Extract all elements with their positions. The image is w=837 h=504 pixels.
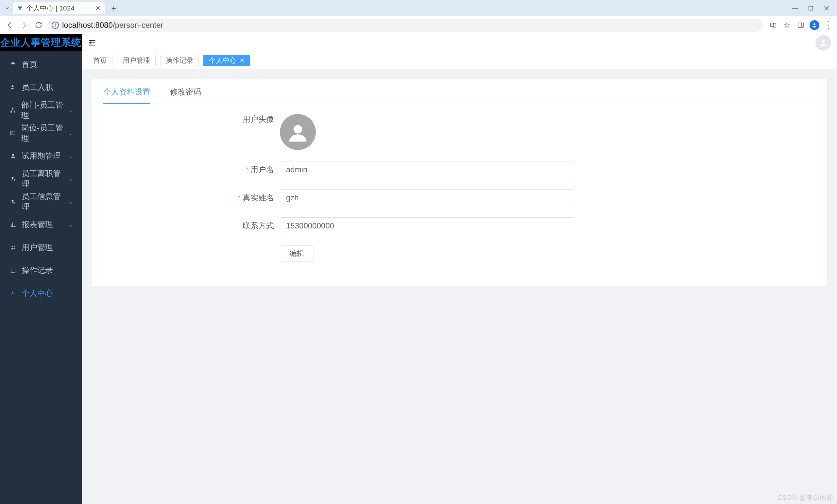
svg-point-13 bbox=[12, 132, 13, 133]
tabs-dropdown-icon[interactable] bbox=[3, 4, 12, 13]
realname-input[interactable] bbox=[280, 189, 574, 206]
user-settings-icon bbox=[9, 199, 17, 204]
close-icon[interactable]: ✕ bbox=[240, 57, 245, 64]
svg-rect-9 bbox=[12, 108, 14, 109]
nav-forward-icon[interactable] bbox=[18, 19, 30, 31]
tab-profile-settings[interactable]: 个人资料设置 bbox=[103, 80, 150, 104]
watermark-text: CSDN @李白的粉 bbox=[777, 493, 834, 502]
chrome-profile-icon[interactable] bbox=[809, 20, 819, 30]
sidebar-item-info[interactable]: 员工信息管理 ⌄ bbox=[0, 190, 82, 213]
site-info-icon[interactable]: i bbox=[52, 22, 59, 29]
tag-log[interactable]: 操作记录 bbox=[160, 55, 199, 66]
user-avatar[interactable] bbox=[815, 35, 831, 51]
tag-user-mgmt[interactable]: 用户管理 bbox=[117, 55, 156, 66]
sidebar-item-probation[interactable]: 试用期管理 ⌄ bbox=[0, 144, 82, 167]
browser-tab-title: 个人中心 | 1024 bbox=[26, 4, 92, 13]
sidebar-item-log[interactable]: 操作记录 bbox=[0, 259, 82, 282]
tab-change-password[interactable]: 修改密码 bbox=[170, 80, 201, 104]
avatar-label: 用户头像 bbox=[103, 114, 280, 125]
sidebar-item-label: 操作记录 bbox=[22, 265, 53, 275]
svg-point-25 bbox=[293, 125, 302, 133]
tag-home[interactable]: 首页 bbox=[88, 55, 112, 66]
svg-rect-5 bbox=[798, 23, 803, 28]
window-close-icon[interactable] bbox=[819, 3, 834, 13]
chart-icon bbox=[9, 221, 17, 228]
close-icon[interactable]: ✕ bbox=[95, 4, 101, 12]
tagbar: 首页 用户管理 操作记录 个人中心 ✕ bbox=[82, 52, 837, 69]
browser-titlebar: 个人中心 | 1024 ✕ + ― bbox=[0, 0, 837, 16]
app-logo: 企业人事管理系统 bbox=[0, 34, 82, 51]
sidebar-item-position[interactable]: 岗位-员工管理 ⌄ bbox=[0, 122, 82, 144]
avatar-image[interactable] bbox=[280, 114, 316, 150]
sidebar-item-report[interactable]: 报表管理 ⌄ bbox=[0, 213, 82, 236]
sidebar-item-onboard[interactable]: 员工入职 bbox=[0, 76, 82, 99]
svg-point-24 bbox=[822, 40, 824, 43]
chevron-down-icon: ⌄ bbox=[68, 130, 73, 136]
sidebar-item-label: 岗位-员工管理 bbox=[21, 123, 68, 143]
username-label: 用户名 bbox=[103, 164, 280, 175]
sidebar-item-offboard[interactable]: 员工离职管理 ⌄ bbox=[0, 167, 82, 190]
sidebar-item-label: 用户管理 bbox=[22, 242, 53, 253]
nav-back-icon[interactable] bbox=[4, 19, 16, 31]
chevron-down-icon: ⌄ bbox=[68, 176, 73, 182]
profile-icon bbox=[9, 290, 17, 296]
url-box[interactable]: i localhost:8080/person-center bbox=[47, 19, 763, 32]
translate-icon[interactable] bbox=[768, 20, 778, 30]
sidebar-item-profile[interactable]: 个人中心 bbox=[0, 282, 82, 305]
sidebar-item-label: 试用期管理 bbox=[22, 151, 61, 161]
sidebar-menu: 首页 员工入职 部门-员工管理 ⌄ 岗位-员工管理 ⌄ bbox=[0, 51, 82, 504]
sidebar-item-label: 报表管理 bbox=[22, 219, 53, 230]
sidebar-item-label: 员工信息管理 bbox=[22, 191, 68, 212]
new-tab-button[interactable]: + bbox=[109, 3, 119, 13]
sidebar-item-label: 员工入职 bbox=[22, 82, 53, 92]
content: 个人资料设置 修改密码 用户头像 用户名 bbox=[82, 69, 837, 504]
chevron-down-icon: ⌄ bbox=[68, 153, 73, 159]
id-card-icon bbox=[9, 130, 17, 136]
bookmark-icon[interactable]: ☆ bbox=[782, 20, 792, 30]
chevron-down-icon: ⌄ bbox=[68, 221, 73, 228]
user-icon bbox=[9, 153, 17, 159]
browser-tab[interactable]: 个人中心 | 1024 ✕ bbox=[13, 2, 105, 14]
svg-rect-11 bbox=[14, 111, 15, 113]
tag-profile[interactable]: 个人中心 ✕ bbox=[203, 55, 250, 66]
nav-reload-icon[interactable] bbox=[33, 19, 44, 31]
contact-input[interactable] bbox=[280, 217, 574, 234]
log-icon bbox=[9, 267, 17, 273]
svg-rect-10 bbox=[11, 111, 12, 113]
profile-card: 个人资料设置 修改密码 用户头像 用户名 bbox=[92, 79, 827, 286]
sidebar-item-user[interactable]: 用户管理 bbox=[0, 236, 82, 259]
chrome-menu-icon[interactable]: ⋮ bbox=[823, 20, 833, 30]
svg-point-7 bbox=[814, 23, 815, 25]
browser-address-bar: i localhost:8080/person-center ☆ ⋮ bbox=[0, 16, 837, 34]
contact-label: 联系方式 bbox=[103, 221, 280, 231]
svg-point-16 bbox=[12, 200, 13, 202]
svg-point-18 bbox=[14, 246, 15, 248]
window-minimize-icon[interactable]: ― bbox=[787, 3, 803, 13]
sitemap-icon bbox=[9, 107, 17, 113]
sidebar-item-dept[interactable]: 部门-员工管理 ⌄ bbox=[0, 99, 82, 122]
sidebar-item-label: 个人中心 bbox=[22, 288, 53, 299]
window-maximize-icon[interactable] bbox=[803, 3, 819, 13]
collapse-sidebar-icon[interactable] bbox=[88, 38, 97, 48]
svg-point-8 bbox=[12, 85, 14, 87]
svg-rect-12 bbox=[11, 131, 15, 135]
main-area: 首页 用户管理 操作记录 个人中心 ✕ 个人资料设置 修改密码 用户头像 bbox=[82, 34, 837, 504]
dashboard-icon bbox=[9, 61, 17, 67]
content-tabs: 个人资料设置 修改密码 bbox=[103, 80, 815, 104]
chevron-down-icon: ⌄ bbox=[68, 107, 73, 113]
svg-rect-19 bbox=[11, 268, 15, 273]
panel-icon[interactable] bbox=[796, 20, 806, 30]
topbar bbox=[82, 34, 837, 52]
username-input[interactable] bbox=[280, 161, 574, 178]
user-add-icon bbox=[9, 84, 17, 90]
svg-point-15 bbox=[12, 177, 13, 179]
sidebar-item-label: 部门-员工管理 bbox=[21, 100, 68, 121]
sidebar-item-home[interactable]: 首页 bbox=[0, 53, 82, 76]
svg-point-17 bbox=[12, 246, 13, 248]
favicon-icon bbox=[17, 5, 23, 11]
svg-point-14 bbox=[12, 154, 14, 156]
users-icon bbox=[9, 245, 17, 250]
sidebar-item-label: 员工离职管理 bbox=[22, 168, 68, 189]
edit-button[interactable]: 编辑 bbox=[280, 246, 314, 262]
realname-label: 真实姓名 bbox=[103, 193, 280, 203]
